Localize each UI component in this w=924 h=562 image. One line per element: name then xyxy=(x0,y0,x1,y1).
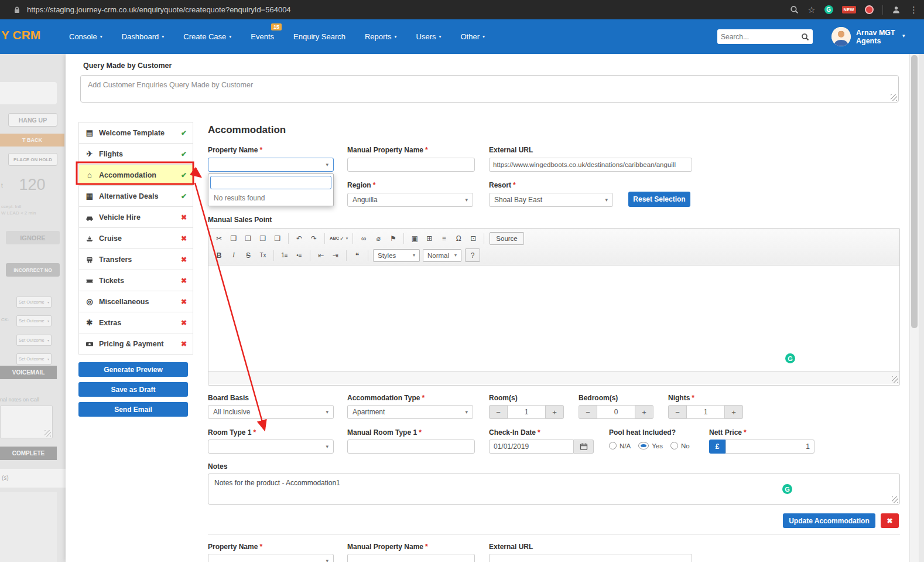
menu-events[interactable]: Events15 xyxy=(251,32,274,41)
menu-other[interactable]: Other▾ xyxy=(461,32,485,41)
set-outcome-select[interactable]: Set Outcome▾ xyxy=(16,297,52,308)
reset-selection-button[interactable]: Reset Selection xyxy=(628,192,690,207)
accommodation-type-select[interactable]: Apartment▾ xyxy=(347,405,473,419)
remove-accommodation-button[interactable]: ✖ xyxy=(881,513,899,528)
update-accommodation-button[interactable]: Update Accommodation xyxy=(783,513,875,528)
profile-icon[interactable] xyxy=(892,5,901,14)
external-url-input[interactable] xyxy=(489,158,692,172)
incorrect-no-button[interactable]: INCORRECT NO xyxy=(6,263,60,277)
property-name-select[interactable]: ▾ xyxy=(208,158,334,172)
check-in-date-input[interactable] xyxy=(489,440,574,454)
ordered-list-button[interactable]: 1≡ xyxy=(278,248,292,262)
send-email-button[interactable]: Send Email xyxy=(78,402,188,417)
strikethrough-button[interactable]: S xyxy=(241,248,255,262)
app-logo[interactable]: Y CRM xyxy=(1,28,40,42)
link-button[interactable]: ∞ xyxy=(357,231,371,245)
increment-button[interactable]: + xyxy=(545,405,564,419)
room-type-select[interactable]: ▾ xyxy=(208,440,334,454)
property-name-select[interactable]: ▾ xyxy=(208,554,334,562)
browser-menu-dots-icon[interactable]: ⋮ xyxy=(909,5,918,15)
outdent-button[interactable]: ⇤ xyxy=(314,248,328,262)
chevron-down-icon[interactable]: ▾ xyxy=(902,33,905,39)
rooms-value-input[interactable] xyxy=(508,405,545,419)
step-transfers[interactable]: Transfers ✖ xyxy=(79,249,193,270)
cut-button[interactable]: ✂ xyxy=(212,231,226,245)
grammarly-icon[interactable]: G xyxy=(782,484,792,494)
new-extension-badge[interactable]: NEW xyxy=(842,6,856,13)
bullet-list-button[interactable]: •≡ xyxy=(292,248,306,262)
call-notes-textarea[interactable] xyxy=(0,406,53,438)
bookmark-star-icon[interactable]: ☆ xyxy=(807,5,815,15)
query-textarea[interactable]: Add Customer Enquiries Query Made by Cus… xyxy=(80,75,899,103)
resize-handle[interactable] xyxy=(892,496,898,503)
user-name[interactable]: Arnav MGT xyxy=(856,29,895,37)
increment-button[interactable]: + xyxy=(635,405,653,419)
format-dropdown[interactable]: Normal▾ xyxy=(423,249,461,262)
help-button[interactable]: ? xyxy=(465,248,480,262)
grammarly-icon[interactable]: G xyxy=(785,353,795,363)
hang-up-button[interactable]: HANG UP xyxy=(8,113,57,127)
menu-console[interactable]: Console▾ xyxy=(69,32,102,41)
spellcheck-button[interactable]: ABC ✓ ▾ xyxy=(328,231,349,245)
increment-button[interactable]: + xyxy=(724,405,743,419)
radio-yes[interactable]: Yes xyxy=(638,442,663,449)
image-button[interactable]: ▣ xyxy=(408,231,422,245)
bold-button[interactable]: B xyxy=(212,248,226,262)
board-basis-select[interactable]: All Inclusive▾ xyxy=(208,405,334,419)
search-input[interactable] xyxy=(721,33,801,41)
set-outcome-select[interactable]: Set Outcome▾ xyxy=(16,353,52,365)
italic-button[interactable]: I xyxy=(227,248,241,262)
set-outcome-select[interactable]: Set Outcome▾ xyxy=(16,335,52,346)
set-outcome-select[interactable]: Set Outcome▾ xyxy=(16,315,52,326)
notes-textarea[interactable]: Notes for the product - Accommodation1 G xyxy=(208,474,900,505)
step-tickets[interactable]: Tickets ✖ xyxy=(79,270,193,291)
step-accommodation[interactable]: ⌂ Accommodation ✔ xyxy=(79,165,193,186)
anchor-button[interactable]: ⚑ xyxy=(386,231,400,245)
complete-button[interactable]: COMPLETE xyxy=(0,447,57,460)
paste-button[interactable]: ❒ xyxy=(241,231,255,245)
page-scrollbar[interactable] xyxy=(909,54,919,562)
manual-property-input[interactable] xyxy=(347,554,475,562)
unlink-button[interactable]: ⌀ xyxy=(371,231,385,245)
undo-button[interactable]: ↶ xyxy=(292,231,306,245)
menu-users[interactable]: Users▾ xyxy=(416,32,442,41)
step-cruise[interactable]: Cruise ✖ xyxy=(79,228,193,249)
styles-dropdown[interactable]: Styles▾ xyxy=(373,249,420,262)
manual-property-input[interactable] xyxy=(347,158,475,172)
avatar[interactable] xyxy=(831,27,851,46)
decrement-button[interactable]: − xyxy=(489,405,508,419)
editor-body[interactable]: G xyxy=(208,265,899,371)
step-flights[interactable]: ✈ Flights ✔ xyxy=(79,144,193,165)
save-as-draft-button[interactable]: Save as Draft xyxy=(78,382,188,397)
property-search-input[interactable] xyxy=(210,176,331,189)
step-welcome-template[interactable]: ▤ Welcome Template ✔ xyxy=(79,122,193,144)
search-icon[interactable] xyxy=(790,5,799,14)
remove-format-button[interactable]: Tx xyxy=(256,248,270,262)
step-miscellaneous[interactable]: ◎ Miscellaneous ✖ xyxy=(79,291,193,312)
ignore-button[interactable]: IGNORE xyxy=(6,231,60,244)
region-select[interactable]: Anguilla▾ xyxy=(347,193,473,207)
menu-dashboard[interactable]: Dashboard▾ xyxy=(122,32,165,41)
nights-value-input[interactable] xyxy=(687,405,724,419)
external-url-input[interactable] xyxy=(489,554,692,562)
step-extras[interactable]: ✱ Extras ✖ xyxy=(79,312,193,333)
special-char-button[interactable]: Ω xyxy=(451,231,466,245)
nett-price-input[interactable] xyxy=(725,440,815,454)
resize-handle[interactable] xyxy=(892,376,898,383)
maximize-button[interactable]: ⊡ xyxy=(466,231,480,245)
manual-room-type-input[interactable] xyxy=(347,440,475,454)
menu-enquiry-search[interactable]: Enquiry Search xyxy=(293,32,345,41)
decrement-button[interactable]: − xyxy=(668,405,687,419)
source-button[interactable]: Source xyxy=(490,232,523,245)
place-on-hold-button[interactable]: PLACE ON HOLD xyxy=(8,153,57,166)
table-button[interactable]: ⊞ xyxy=(422,231,436,245)
extension-icon[interactable] xyxy=(865,5,874,14)
address-bar[interactable]: https://staging.journey-crm.co.uk/enquir… xyxy=(27,5,291,14)
search-icon[interactable] xyxy=(801,33,809,41)
voicemail-button[interactable]: VOICEMAIL xyxy=(0,366,57,379)
paste-text-button[interactable]: ❒ xyxy=(256,231,270,245)
bedrooms-value-input[interactable] xyxy=(597,405,635,419)
scrollbar-thumb[interactable] xyxy=(911,55,918,328)
redo-button[interactable]: ↷ xyxy=(307,231,321,245)
grammarly-extension-icon[interactable]: G xyxy=(824,5,833,14)
